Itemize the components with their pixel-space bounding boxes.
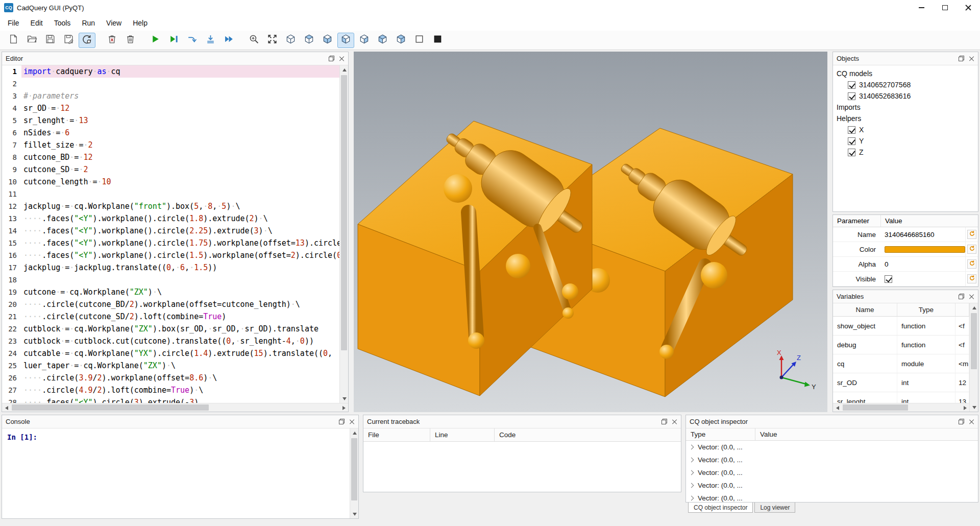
- code-line[interactable]: 13····.faces("<Y").workplane().circle(1.…: [2, 212, 339, 225]
- code-line[interactable]: 19cutcone·=·cq.Workplane("ZX")·\: [2, 286, 339, 298]
- close-panel-icon[interactable]: [969, 419, 974, 424]
- view-front-button[interactable]: [337, 33, 354, 48]
- maximize-button[interactable]: [933, 0, 957, 15]
- code-line[interactable]: 5sr_lenght·=·13: [2, 114, 339, 127]
- visibility-checkbox[interactable]: [848, 126, 855, 134]
- close-panel-icon[interactable]: [969, 56, 974, 61]
- variable-row-sr_lenght[interactable]: sr_lenghtint13: [833, 392, 969, 403]
- menu-file[interactable]: File: [2, 16, 25, 30]
- code-line[interactable]: 20····.circle(cutcone_BD/2).workplane(of…: [2, 298, 339, 310]
- code-line[interactable]: 10cutcone_length·=·10: [2, 176, 339, 188]
- view-right-button[interactable]: [393, 33, 409, 48]
- view-left-button[interactable]: [374, 33, 391, 48]
- code-line[interactable]: 24cutcable·=·cq.Workplane("YX").circle(1…: [2, 347, 339, 360]
- console-prompt[interactable]: In [1]:: [2, 428, 350, 518]
- visibility-checkbox[interactable]: [848, 137, 855, 145]
- tree-item-x[interactable]: X: [834, 124, 977, 135]
- tab-log-viewer[interactable]: Log viewer: [754, 503, 795, 513]
- expand-chevron-icon[interactable]: [689, 496, 694, 501]
- scroll-down-icon[interactable]: [350, 510, 359, 518]
- zoom-tool-button[interactable]: [246, 33, 262, 48]
- view-back-button[interactable]: [356, 33, 373, 48]
- close-button[interactable]: [957, 0, 980, 15]
- new-script-button[interactable]: [5, 33, 22, 48]
- wireframe-mode-button[interactable]: [411, 33, 428, 48]
- tree-item-helpers[interactable]: Helpers: [834, 113, 977, 124]
- code-line[interactable]: 1import·cadquery·as·cq: [2, 65, 339, 78]
- scroll-up-icon[interactable]: [350, 428, 359, 437]
- continue-debug-button[interactable]: [220, 33, 237, 48]
- auto-reload-button[interactable]: [79, 33, 95, 48]
- scrollbar-thumb[interactable]: [341, 75, 347, 350]
- float-panel-icon[interactable]: [959, 419, 964, 424]
- code-line[interactable]: 2: [2, 78, 339, 90]
- tree-item-3140652707568[interactable]: 3140652707568: [834, 79, 977, 90]
- scroll-down-icon[interactable]: [970, 403, 978, 412]
- color-swatch[interactable]: [885, 246, 965, 253]
- clear-console-button[interactable]: [104, 33, 120, 48]
- close-panel-icon[interactable]: [349, 419, 355, 424]
- tree-item-imports[interactable]: Imports: [834, 102, 977, 113]
- tree-item-y[interactable]: Y: [834, 135, 977, 147]
- code-line[interactable]: 17jackplug·=·jackplug.translate((0,·6,·1…: [2, 261, 339, 274]
- scrollbar-thumb[interactable]: [843, 404, 908, 411]
- code-line[interactable]: 4sr_OD·=·12: [2, 102, 339, 114]
- code-line[interactable]: 28····.faces("<Y").circle(3).extrude(-3): [2, 396, 339, 403]
- scroll-right-icon[interactable]: [339, 403, 348, 412]
- float-panel-icon[interactable]: [662, 419, 667, 424]
- menu-run[interactable]: Run: [76, 16, 101, 30]
- code-line[interactable]: 21····.circle(cutcone_SD/2).loft(combine…: [2, 310, 339, 323]
- scrollbar-thumb[interactable]: [12, 404, 209, 411]
- inspector-row[interactable]: Vector: (0.0, ...: [686, 441, 978, 453]
- code-line[interactable]: 25luer_taper·=·cq.Workplane("ZX")·\: [2, 360, 339, 372]
- menu-tools[interactable]: Tools: [48, 16, 77, 30]
- code-line[interactable]: 26····.circle(3.9/2).workplane(offset=8.…: [2, 372, 339, 384]
- expand-chevron-icon[interactable]: [689, 483, 694, 488]
- reset-button[interactable]: [967, 259, 976, 269]
- open-script-button[interactable]: [23, 33, 40, 48]
- shaded-mode-button[interactable]: [429, 33, 446, 48]
- float-panel-icon[interactable]: [329, 56, 334, 61]
- close-panel-icon[interactable]: [339, 56, 345, 61]
- code-line[interactable]: 15····.faces("<Y").workplane().circle(1.…: [2, 237, 339, 249]
- code-line[interactable]: 3#·parameters: [2, 90, 339, 102]
- code-line[interactable]: 18: [2, 274, 339, 286]
- debug-script-button[interactable]: [165, 33, 182, 48]
- close-panel-icon[interactable]: [969, 294, 974, 299]
- save-as-script-button[interactable]: [60, 33, 77, 48]
- inspector-row[interactable]: Vector: (0.0, ...: [686, 479, 978, 492]
- view-bottom-button[interactable]: [319, 33, 336, 48]
- scroll-left-icon[interactable]: [2, 403, 11, 412]
- run-script-button[interactable]: [147, 33, 164, 48]
- scrollbar-thumb[interactable]: [351, 438, 357, 500]
- expand-chevron-icon[interactable]: [689, 458, 694, 463]
- step-over-button[interactable]: [184, 33, 201, 48]
- tree-item-3140652683616[interactable]: 3140652683616: [834, 90, 977, 102]
- property-value[interactable]: 3140646685160: [885, 231, 935, 238]
- tab-cq-object-inspector[interactable]: CQ object inspector: [688, 503, 753, 513]
- minimize-button[interactable]: [910, 0, 933, 15]
- code-line[interactable]: 14····.faces("<Y").workplane().circle(2.…: [2, 225, 339, 237]
- reset-button[interactable]: [967, 274, 976, 283]
- menu-help[interactable]: Help: [127, 16, 153, 30]
- tree-item-z[interactable]: Z: [834, 147, 977, 158]
- code-line[interactable]: 6nSides·=·6: [2, 127, 339, 139]
- delete-objects-button[interactable]: [122, 33, 139, 48]
- inspector-row[interactable]: Vector: (0.0, ...: [686, 492, 978, 502]
- close-panel-icon[interactable]: [672, 419, 677, 424]
- expand-chevron-icon[interactable]: [689, 470, 694, 475]
- editor-vertical-scrollbar[interactable]: [339, 65, 348, 403]
- code-line[interactable]: 27····.circle(4.9/2).loft(combine=True)·…: [2, 384, 339, 396]
- property-value[interactable]: 0: [885, 260, 889, 268]
- menu-edit[interactable]: Edit: [25, 16, 48, 30]
- scroll-down-icon[interactable]: [340, 394, 349, 403]
- visibility-checkbox[interactable]: [848, 92, 855, 100]
- scroll-right-icon[interactable]: [961, 403, 969, 412]
- float-panel-icon[interactable]: [959, 56, 964, 61]
- float-panel-icon[interactable]: [959, 294, 964, 299]
- visibility-checkbox[interactable]: [848, 149, 855, 156]
- console-vertical-scrollbar[interactable]: [350, 428, 358, 518]
- reset-button[interactable]: [967, 245, 976, 254]
- save-script-button[interactable]: [42, 33, 59, 48]
- reset-button[interactable]: [967, 230, 976, 239]
